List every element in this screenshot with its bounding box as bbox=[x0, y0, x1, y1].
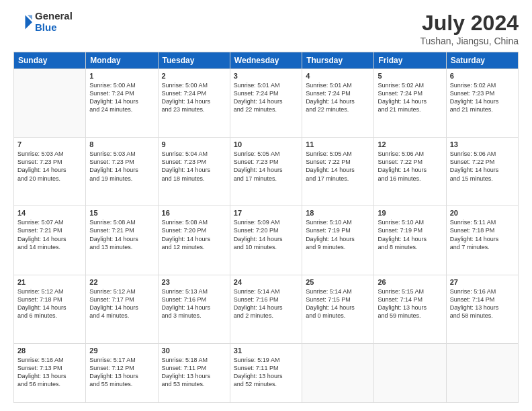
cell-content: Sunrise: 5:10 AMSunset: 7:19 PMDaylight:… bbox=[306, 218, 370, 251]
table-row: 5Sunrise: 5:02 AMSunset: 7:24 PMDaylight… bbox=[374, 69, 446, 138]
cell-content: Sunrise: 5:06 AMSunset: 7:22 PMDaylight:… bbox=[450, 150, 515, 183]
cell-content: Sunrise: 5:17 AMSunset: 7:12 PMDaylight:… bbox=[89, 356, 154, 389]
cell-content: Sunrise: 5:13 AMSunset: 7:16 PMDaylight:… bbox=[162, 287, 226, 320]
day-number: 5 bbox=[378, 72, 442, 80]
table-row: 12Sunrise: 5:06 AMSunset: 7:22 PMDayligh… bbox=[374, 138, 446, 206]
cell-content: Sunrise: 5:00 AMSunset: 7:24 PMDaylight:… bbox=[89, 81, 154, 114]
table-row: 15Sunrise: 5:08 AMSunset: 7:21 PMDayligh… bbox=[86, 206, 158, 275]
cell-content: Sunrise: 5:05 AMSunset: 7:23 PMDaylight:… bbox=[234, 150, 298, 183]
logo: General Blue bbox=[13, 11, 73, 33]
day-number: 2 bbox=[162, 72, 226, 80]
col-saturday: Saturday bbox=[446, 52, 518, 69]
table-row bbox=[302, 343, 374, 402]
table-row: 23Sunrise: 5:13 AMSunset: 7:16 PMDayligh… bbox=[158, 275, 230, 343]
table-row: 30Sunrise: 5:18 AMSunset: 7:11 PMDayligh… bbox=[158, 343, 230, 402]
cell-content: Sunrise: 5:09 AMSunset: 7:20 PMDaylight:… bbox=[234, 218, 298, 251]
col-tuesday: Tuesday bbox=[158, 52, 230, 69]
day-number: 16 bbox=[162, 209, 226, 217]
cell-content: Sunrise: 5:08 AMSunset: 7:21 PMDaylight:… bbox=[89, 218, 154, 251]
table-row: 27Sunrise: 5:16 AMSunset: 7:14 PMDayligh… bbox=[446, 275, 518, 343]
cell-content: Sunrise: 5:12 AMSunset: 7:17 PMDaylight:… bbox=[89, 287, 154, 320]
calendar-header-row: Sunday Monday Tuesday Wednesday Thursday… bbox=[14, 52, 519, 69]
calendar-week-row: 28Sunrise: 5:16 AMSunset: 7:13 PMDayligh… bbox=[14, 343, 519, 402]
col-monday: Monday bbox=[86, 52, 158, 69]
table-row: 22Sunrise: 5:12 AMSunset: 7:17 PMDayligh… bbox=[86, 275, 158, 343]
col-friday: Friday bbox=[374, 52, 446, 69]
cell-content: Sunrise: 5:08 AMSunset: 7:20 PMDaylight:… bbox=[162, 218, 226, 251]
cell-content: Sunrise: 5:01 AMSunset: 7:24 PMDaylight:… bbox=[234, 81, 298, 114]
cell-content: Sunrise: 5:04 AMSunset: 7:23 PMDaylight:… bbox=[162, 150, 226, 183]
table-row: 8Sunrise: 5:03 AMSunset: 7:23 PMDaylight… bbox=[86, 138, 158, 206]
calendar-week-row: 21Sunrise: 5:12 AMSunset: 7:18 PMDayligh… bbox=[14, 275, 519, 343]
table-row: 29Sunrise: 5:17 AMSunset: 7:12 PMDayligh… bbox=[86, 343, 158, 402]
day-number: 11 bbox=[306, 140, 370, 148]
logo-icon bbox=[13, 13, 32, 32]
table-row: 16Sunrise: 5:08 AMSunset: 7:20 PMDayligh… bbox=[158, 206, 230, 275]
cell-content: Sunrise: 5:10 AMSunset: 7:19 PMDaylight:… bbox=[378, 218, 442, 251]
day-number: 10 bbox=[234, 140, 298, 148]
calendar-week-row: 1Sunrise: 5:00 AMSunset: 7:24 PMDaylight… bbox=[14, 69, 519, 138]
table-row: 9Sunrise: 5:04 AMSunset: 7:23 PMDaylight… bbox=[158, 138, 230, 206]
table-row: 20Sunrise: 5:11 AMSunset: 7:18 PMDayligh… bbox=[446, 206, 518, 275]
calendar-table: Sunday Monday Tuesday Wednesday Thursday… bbox=[13, 52, 519, 403]
header: General Blue July 2024 Tushan, Jiangsu, … bbox=[13, 11, 519, 46]
col-thursday: Thursday bbox=[302, 52, 374, 69]
day-number: 30 bbox=[162, 347, 226, 355]
page: General Blue July 2024 Tushan, Jiangsu, … bbox=[0, 0, 532, 411]
table-row: 13Sunrise: 5:06 AMSunset: 7:22 PMDayligh… bbox=[446, 138, 518, 206]
table-row bbox=[374, 343, 446, 402]
day-number: 17 bbox=[234, 209, 298, 217]
day-number: 18 bbox=[306, 209, 370, 217]
day-number: 21 bbox=[17, 278, 82, 286]
month-year: July 2024 bbox=[420, 11, 519, 36]
table-row: 7Sunrise: 5:03 AMSunset: 7:23 PMDaylight… bbox=[14, 138, 86, 206]
day-number: 1 bbox=[89, 72, 154, 80]
day-number: 24 bbox=[234, 278, 298, 286]
day-number: 26 bbox=[378, 278, 442, 286]
calendar-week-row: 7Sunrise: 5:03 AMSunset: 7:23 PMDaylight… bbox=[14, 138, 519, 206]
table-row: 24Sunrise: 5:14 AMSunset: 7:16 PMDayligh… bbox=[230, 275, 302, 343]
calendar-week-row: 14Sunrise: 5:07 AMSunset: 7:21 PMDayligh… bbox=[14, 206, 519, 275]
day-number: 28 bbox=[17, 347, 82, 355]
table-row bbox=[446, 343, 518, 402]
day-number: 9 bbox=[162, 140, 226, 148]
table-row: 4Sunrise: 5:01 AMSunset: 7:24 PMDaylight… bbox=[302, 69, 374, 138]
table-row: 19Sunrise: 5:10 AMSunset: 7:19 PMDayligh… bbox=[374, 206, 446, 275]
cell-content: Sunrise: 5:05 AMSunset: 7:22 PMDaylight:… bbox=[306, 150, 370, 183]
cell-content: Sunrise: 5:15 AMSunset: 7:14 PMDaylight:… bbox=[378, 287, 442, 320]
location: Tushan, Jiangsu, China bbox=[420, 36, 519, 46]
table-row: 1Sunrise: 5:00 AMSunset: 7:24 PMDaylight… bbox=[86, 69, 158, 138]
day-number: 6 bbox=[450, 72, 515, 80]
day-number: 23 bbox=[162, 278, 226, 286]
cell-content: Sunrise: 5:18 AMSunset: 7:11 PMDaylight:… bbox=[162, 356, 226, 389]
day-number: 13 bbox=[450, 140, 515, 148]
cell-content: Sunrise: 5:00 AMSunset: 7:24 PMDaylight:… bbox=[162, 81, 226, 114]
day-number: 3 bbox=[234, 72, 298, 80]
table-row: 31Sunrise: 5:19 AMSunset: 7:11 PMDayligh… bbox=[230, 343, 302, 402]
cell-content: Sunrise: 5:01 AMSunset: 7:24 PMDaylight:… bbox=[306, 81, 370, 114]
table-row: 2Sunrise: 5:00 AMSunset: 7:24 PMDaylight… bbox=[158, 69, 230, 138]
day-number: 20 bbox=[450, 209, 515, 217]
cell-content: Sunrise: 5:12 AMSunset: 7:18 PMDaylight:… bbox=[17, 287, 82, 320]
cell-content: Sunrise: 5:14 AMSunset: 7:16 PMDaylight:… bbox=[234, 287, 298, 320]
cell-content: Sunrise: 5:02 AMSunset: 7:23 PMDaylight:… bbox=[450, 81, 515, 114]
table-row: 17Sunrise: 5:09 AMSunset: 7:20 PMDayligh… bbox=[230, 206, 302, 275]
day-number: 7 bbox=[17, 140, 82, 148]
cell-content: Sunrise: 5:07 AMSunset: 7:21 PMDaylight:… bbox=[17, 218, 82, 251]
cell-content: Sunrise: 5:11 AMSunset: 7:18 PMDaylight:… bbox=[450, 218, 515, 251]
table-row: 10Sunrise: 5:05 AMSunset: 7:23 PMDayligh… bbox=[230, 138, 302, 206]
col-sunday: Sunday bbox=[14, 52, 86, 69]
table-row: 26Sunrise: 5:15 AMSunset: 7:14 PMDayligh… bbox=[374, 275, 446, 343]
day-number: 22 bbox=[89, 278, 154, 286]
table-row: 21Sunrise: 5:12 AMSunset: 7:18 PMDayligh… bbox=[14, 275, 86, 343]
table-row: 3Sunrise: 5:01 AMSunset: 7:24 PMDaylight… bbox=[230, 69, 302, 138]
table-row bbox=[14, 69, 86, 138]
cell-content: Sunrise: 5:19 AMSunset: 7:11 PMDaylight:… bbox=[234, 356, 298, 389]
table-row: 25Sunrise: 5:14 AMSunset: 7:15 PMDayligh… bbox=[302, 275, 374, 343]
cell-content: Sunrise: 5:14 AMSunset: 7:15 PMDaylight:… bbox=[306, 287, 370, 320]
table-row: 6Sunrise: 5:02 AMSunset: 7:23 PMDaylight… bbox=[446, 69, 518, 138]
day-number: 12 bbox=[378, 140, 442, 148]
day-number: 8 bbox=[89, 140, 154, 148]
cell-content: Sunrise: 5:03 AMSunset: 7:23 PMDaylight:… bbox=[17, 150, 82, 183]
day-number: 29 bbox=[89, 347, 154, 355]
